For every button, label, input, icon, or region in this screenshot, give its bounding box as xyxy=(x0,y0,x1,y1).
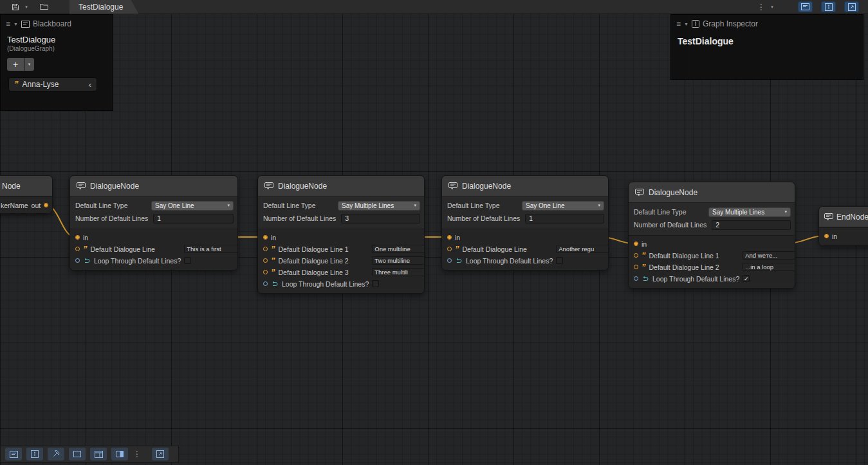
loop-icon xyxy=(455,258,463,264)
loop-checkbox[interactable]: ✓ xyxy=(743,275,750,282)
field-expand-icon[interactable]: ‹ xyxy=(89,80,91,90)
line-type-dropdown[interactable]: Say Multiple Lines ▾ xyxy=(708,207,791,217)
blackboard-toggle-button[interactable] xyxy=(5,448,22,460)
line-port[interactable] xyxy=(263,270,268,274)
end-node[interactable]: EndNode in xyxy=(818,206,868,246)
tab-testdialogue[interactable]: TestDialogue xyxy=(69,0,138,14)
speaker-node[interactable]: Node kerName out xyxy=(0,175,53,214)
line-input[interactable]: And we're... xyxy=(743,251,795,260)
node-title-bar[interactable]: EndNode xyxy=(819,207,868,227)
num-lines-input[interactable]: 3 xyxy=(341,214,420,223)
fullscreen-button[interactable] xyxy=(152,448,169,460)
node-title-bar[interactable]: DialogueNode xyxy=(70,176,237,196)
line-input[interactable]: One multiline xyxy=(372,245,425,253)
num-lines-input[interactable]: 2 xyxy=(712,220,791,230)
line-input[interactable]: ...in a loop xyxy=(743,263,795,271)
add-field-button[interactable]: + xyxy=(7,58,24,71)
num-lines-label: Number of Default Lines xyxy=(263,214,336,222)
preview-toggle-button[interactable] xyxy=(111,448,128,460)
more-options-button[interactable]: ⋮ xyxy=(755,1,767,13)
blackboard-menu-icon[interactable]: ≡ xyxy=(6,20,10,28)
quote-icon: ” xyxy=(271,269,275,276)
line-type-dropdown[interactable]: Say Multiple Lines ▾ xyxy=(338,201,420,211)
line-port[interactable] xyxy=(447,247,452,251)
panels-toggle-button[interactable] xyxy=(90,448,107,460)
main-toolbar: ▾ TestDialogue ⋮ ▾ xyxy=(0,0,868,14)
dialogue-node-4[interactable]: DialogueNode Default Line Type Say Multi… xyxy=(628,182,795,289)
line-port[interactable] xyxy=(634,253,638,258)
blackboard-title: Blackboard xyxy=(33,19,71,28)
line-port[interactable] xyxy=(75,247,80,251)
minimap-toggle-button[interactable] xyxy=(69,448,86,460)
chevron-down-icon: ▾ xyxy=(414,203,416,208)
loop-port[interactable] xyxy=(634,276,638,281)
in-port[interactable] xyxy=(263,235,268,240)
add-field-dropdown[interactable]: ▾ xyxy=(24,58,34,71)
in-port[interactable] xyxy=(824,234,829,238)
graph-inspector-panel: ≡ ▼ Graph Inspector TestDialogue xyxy=(670,14,863,80)
field-name: Anna-Lyse xyxy=(23,80,85,89)
toggle-blackboard-button[interactable] xyxy=(798,1,813,12)
num-lines-input[interactable]: 1 xyxy=(153,214,234,223)
loop-checkbox[interactable] xyxy=(184,257,191,264)
open-asset-button[interactable] xyxy=(38,1,50,13)
node-title-bar[interactable]: DialogueNode xyxy=(258,176,424,196)
line-port[interactable] xyxy=(263,247,268,251)
line-port[interactable] xyxy=(634,265,638,269)
node-title-bar[interactable]: Node xyxy=(0,176,52,196)
dialogue-node-2[interactable]: DialogueNode Default Line Type Say Multi… xyxy=(257,175,425,294)
line-label: Default Dialogue Line 3 xyxy=(279,269,349,276)
line-label: Default Dialogue Line 1 xyxy=(279,245,349,253)
line-type-value: Say One Line xyxy=(155,202,194,209)
inspector-toggle-button[interactable] xyxy=(26,448,43,460)
line-label: Default Dialogue Line 2 xyxy=(649,263,719,271)
node-title-bar[interactable]: DialogueNode xyxy=(629,182,795,203)
line-port[interactable] xyxy=(263,258,268,263)
line-label: Default Dialogue Line xyxy=(463,245,527,253)
line-input[interactable]: Two multiline xyxy=(372,256,425,265)
view-more-button[interactable]: ⋮ xyxy=(133,448,142,460)
quote-icon: ” xyxy=(642,252,646,259)
node-title-bar[interactable]: DialogueNode xyxy=(442,176,608,196)
line-input[interactable]: Three multili xyxy=(372,268,425,276)
line-type-label: Default Line Type xyxy=(447,202,517,209)
loop-checkbox[interactable] xyxy=(372,280,379,287)
line-label: Default Dialogue Line 2 xyxy=(279,257,349,265)
inspector-graph-name: TestDialogue xyxy=(671,31,863,52)
line-input[interactable]: Another regu xyxy=(556,245,609,253)
toggle-inspector-button[interactable] xyxy=(821,1,836,12)
blackboard-field-anna-lyse[interactable]: ” Anna-Lyse ‹ xyxy=(8,77,97,91)
loop-port[interactable] xyxy=(263,281,268,286)
num-lines-input[interactable]: 1 xyxy=(525,214,604,223)
inspector-menu-icon[interactable]: ≡ xyxy=(676,20,681,28)
in-port[interactable] xyxy=(634,242,638,246)
loop-checkbox[interactable] xyxy=(556,257,563,264)
more-options-caret[interactable]: ▾ xyxy=(768,1,776,13)
in-port[interactable] xyxy=(447,235,452,240)
save-dropdown-button[interactable]: ▾ xyxy=(23,1,30,13)
dialogue-node-3[interactable]: DialogueNode Default Line Type Say One L… xyxy=(441,175,609,270)
view-toolbar: ⋮ xyxy=(0,446,179,462)
in-port[interactable] xyxy=(75,235,80,240)
tools-button[interactable] xyxy=(48,448,64,460)
loop-port[interactable] xyxy=(447,258,452,263)
line-type-dropdown[interactable]: Say One Line ▾ xyxy=(522,201,604,211)
out-port[interactable] xyxy=(44,203,48,207)
line-type-label: Default Line Type xyxy=(75,202,146,209)
save-button[interactable] xyxy=(10,1,21,13)
dialogue-node-icon xyxy=(264,182,273,190)
num-lines-label: Number of Default Lines xyxy=(447,214,520,222)
line-input[interactable]: This is a first xyxy=(184,245,238,253)
line-type-dropdown[interactable]: Say One Line ▾ xyxy=(151,201,234,211)
toggle-preview-button[interactable] xyxy=(844,1,859,12)
inspector-collapse-icon[interactable]: ▼ xyxy=(684,22,688,26)
loop-icon xyxy=(271,281,279,287)
blackboard-graph-type: (DialogueGraph) xyxy=(1,44,113,53)
dialogue-node-1[interactable]: DialogueNode Default Line Type Say One L… xyxy=(69,175,238,270)
chevron-down-icon: ▾ xyxy=(598,203,600,208)
inspector-title: Graph Inspector xyxy=(703,19,758,28)
line-label: Default Dialogue Line 1 xyxy=(649,252,719,260)
loop-port[interactable] xyxy=(75,258,80,263)
chevron-down-icon: ▾ xyxy=(227,203,230,208)
blackboard-collapse-icon[interactable]: ▼ xyxy=(14,22,18,26)
